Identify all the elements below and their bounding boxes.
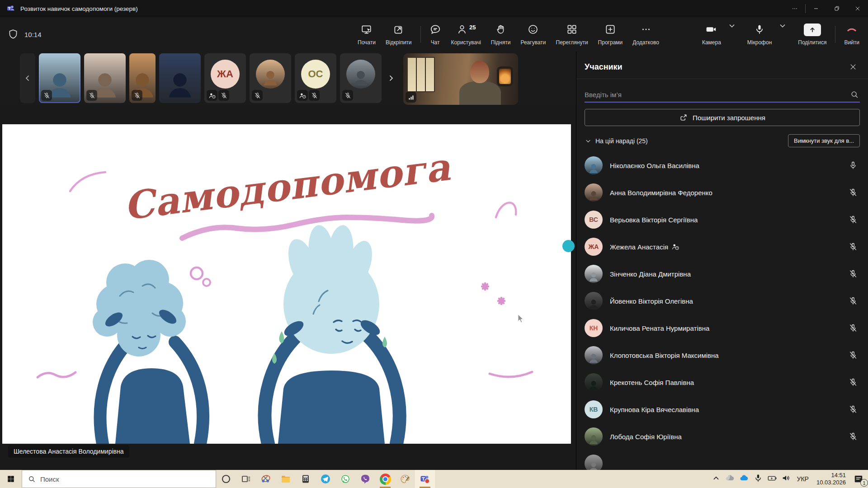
video-tile[interactable] xyxy=(84,53,126,103)
participant-name: Зінченко Діана Дмитрівна xyxy=(610,270,691,278)
person-silhouette xyxy=(586,460,601,470)
tray-battery[interactable] xyxy=(767,473,777,485)
tray-volume[interactable] xyxy=(781,473,791,485)
participant-row[interactable]: Ніколаєнко Ольга Василівна xyxy=(576,152,868,179)
participant-row[interactable]: Крекотень Софія Павлівна xyxy=(576,369,868,396)
toolbar-raise-hand-button[interactable]: Підняти xyxy=(486,23,516,46)
taskbar-app-telegram[interactable] xyxy=(316,470,335,488)
share-button[interactable]: Поділитися xyxy=(793,23,831,46)
action-center-button[interactable]: 1 xyxy=(852,472,865,486)
share-invite-button[interactable]: Поширити запрошення xyxy=(585,109,860,126)
tray-microphone[interactable] xyxy=(753,473,763,485)
taskbar-app-paint[interactable] xyxy=(395,470,415,488)
avatar xyxy=(346,60,375,89)
chevron-down-icon[interactable] xyxy=(585,137,592,145)
taskbar-app-whatsapp[interactable] xyxy=(335,470,355,488)
video-tile[interactable] xyxy=(340,53,382,103)
language-indicator[interactable]: УКР xyxy=(797,475,809,483)
toolbar-start-share-button[interactable]: Почати xyxy=(353,23,381,46)
toolbar-more-button[interactable]: Додатково xyxy=(627,23,664,46)
arrow-up-icon xyxy=(808,25,817,34)
video-tile[interactable] xyxy=(159,53,201,103)
participant-row[interactable]: Йовенко Вікторія Олегівна xyxy=(576,287,868,314)
mic-off-icon[interactable] xyxy=(848,215,858,225)
person-silhouette xyxy=(586,351,601,364)
toolbar-popout-button[interactable]: Відкріпити xyxy=(381,23,417,46)
battery-icon xyxy=(767,473,777,483)
video-tile[interactable] xyxy=(129,53,156,103)
tray-onedrive-gray[interactable] xyxy=(725,473,735,485)
mic-off-icon[interactable] xyxy=(848,323,858,333)
connection-badge xyxy=(406,92,416,103)
titlebar-more-button[interactable] xyxy=(784,0,805,17)
restore-button[interactable] xyxy=(826,0,847,17)
mic-off-icon[interactable] xyxy=(848,296,858,306)
video-tile[interactable] xyxy=(39,53,80,103)
participant-row[interactable]: ЖАЖежела Анастасія? xyxy=(576,233,868,260)
mute-all-button[interactable]: Вимкнути звук для в... xyxy=(788,134,860,147)
participant-row[interactable]: КНКиличова Рената Нурмиратівна xyxy=(576,314,868,342)
tile-badges: ? xyxy=(297,90,320,101)
toolbar-apps-button[interactable]: Програми xyxy=(593,23,628,46)
video-tile[interactable] xyxy=(250,53,291,103)
video-tile[interactable]: ОС? xyxy=(295,53,336,103)
taskbar-clock[interactable]: 14:5110.03.2026 xyxy=(816,472,846,487)
close-window-button[interactable] xyxy=(847,0,868,17)
taskbar-app-teams[interactable] xyxy=(415,470,435,488)
tray-expand-button[interactable] xyxy=(711,473,721,485)
strip-next-button[interactable] xyxy=(385,53,397,103)
participant-row[interactable]: Анна Володимирівна Федоренко xyxy=(576,179,868,206)
strip-prev-button[interactable] xyxy=(20,53,35,103)
camera-options-chevron[interactable] xyxy=(727,21,737,31)
toolbar-label: Почати xyxy=(358,39,376,46)
participant-row[interactable]: Клопотовська Вікторія Максимівна xyxy=(576,342,868,369)
cortana-button[interactable] xyxy=(216,470,236,488)
mic-off-icon[interactable] xyxy=(848,242,858,252)
spotlight-video-tile[interactable] xyxy=(403,53,518,105)
dots-icon xyxy=(640,23,652,35)
mic-on-icon[interactable] xyxy=(848,160,858,170)
person-silhouette xyxy=(259,66,282,89)
taskbar-search[interactable] xyxy=(22,470,216,488)
search-icon[interactable] xyxy=(850,90,859,99)
minimize-button[interactable] xyxy=(806,0,826,17)
taskbar-app-file-explorer[interactable] xyxy=(276,470,296,488)
mic-off-icon[interactable] xyxy=(848,188,858,197)
mic-off-icon[interactable] xyxy=(848,377,858,387)
participant-row[interactable] xyxy=(576,450,868,470)
taskbar-app-calculator[interactable] xyxy=(296,470,316,488)
mic-off-icon[interactable] xyxy=(848,432,858,441)
taskbar-search-input[interactable] xyxy=(40,475,210,483)
microphone-button[interactable]: Мікрофон xyxy=(742,23,777,46)
microphone-options-chevron[interactable] xyxy=(778,21,788,31)
avatar-initials: КН xyxy=(585,319,603,337)
toolbar-view-button[interactable]: Переглянути xyxy=(551,23,593,46)
video-tile[interactable]: ЖА? xyxy=(204,53,246,103)
taskbar-app-snipping-tool[interactable] xyxy=(256,470,276,488)
taskbar-app-chrome[interactable] xyxy=(375,470,395,488)
participant-name: Лобода Софія Юріївна xyxy=(610,433,682,441)
tray-onedrive-blue[interactable] xyxy=(739,473,749,485)
stage-column: ЖА?ОС? xyxy=(0,52,576,470)
participant-row[interactable]: КВКрупнова Кіра Вячеславівна xyxy=(576,396,868,423)
camera-button[interactable]: Камера xyxy=(697,23,726,46)
close-panel-button[interactable] xyxy=(846,60,860,74)
participant-row[interactable]: ВСВерьовка Вікторія Сергіївна xyxy=(576,206,868,233)
start-button[interactable] xyxy=(0,470,22,488)
toolbar-react-button[interactable]: Реагувати xyxy=(515,23,551,46)
mic-off-icon[interactable] xyxy=(848,269,858,279)
presentation-stage: Самодопомога Шелестова Анастасія Володим… xyxy=(0,105,576,470)
avatar xyxy=(585,292,603,310)
shared-slide[interactable]: Самодопомога xyxy=(2,124,571,444)
participant-row[interactable]: Лобода Софія Юріївна xyxy=(576,423,868,450)
tile-badges xyxy=(406,92,416,103)
participant-row[interactable]: Зінченко Діана Дмитрівна xyxy=(576,260,868,287)
toolbar-people-button[interactable]: 25Користувачі xyxy=(446,23,486,46)
search-input[interactable] xyxy=(585,91,850,99)
toolbar-chat-button[interactable]: Чат xyxy=(425,23,446,46)
leave-button[interactable]: Вийти xyxy=(839,23,864,46)
mic-off-icon[interactable] xyxy=(848,404,858,414)
taskbar-app-viber[interactable] xyxy=(355,470,375,488)
task-view-button[interactable] xyxy=(236,470,256,488)
mic-off-icon[interactable] xyxy=(848,350,858,360)
